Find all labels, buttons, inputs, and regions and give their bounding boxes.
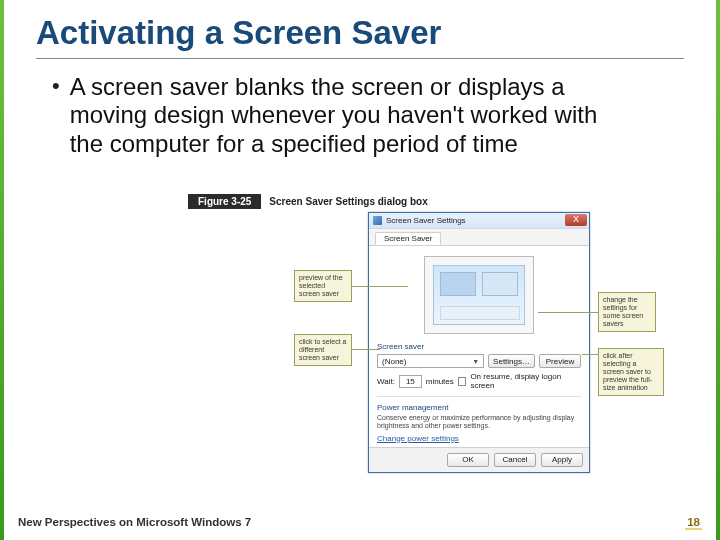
tab-screen-saver[interactable]: Screen Saver bbox=[375, 232, 441, 245]
preview-button[interactable]: Preview bbox=[539, 354, 581, 368]
preview-taskbar bbox=[440, 306, 520, 320]
resume-checkbox[interactable] bbox=[458, 377, 467, 386]
section-label: Screen saver bbox=[377, 342, 581, 351]
pm-heading: Power management bbox=[377, 403, 581, 412]
change-power-settings-link[interactable]: Change power settings bbox=[377, 434, 459, 443]
callout-line bbox=[352, 286, 408, 287]
preview-thumb bbox=[440, 272, 476, 296]
callout-line bbox=[582, 354, 598, 355]
bullet-marker: • bbox=[52, 73, 70, 158]
screensaver-dropdown[interactable]: (None) ▼ bbox=[377, 354, 484, 368]
slide-footer: New Perspectives on Microsoft Windows 7 … bbox=[18, 516, 702, 530]
screensaver-preview-monitor bbox=[424, 256, 534, 334]
wait-label: Wait: bbox=[377, 377, 395, 386]
bullet-text: A screen saver blanks the screen or disp… bbox=[70, 73, 630, 158]
resume-label: On resume, display logon screen bbox=[470, 372, 581, 390]
pm-description: Conserve energy or maximize performance … bbox=[377, 414, 581, 431]
dialog-title: Screen Saver Settings bbox=[386, 216, 466, 225]
wait-unit: minutes bbox=[426, 377, 454, 386]
callout-select: click to select a different screen saver bbox=[294, 334, 352, 366]
screensaver-select-row: (None) ▼ Settings… Preview bbox=[377, 354, 581, 368]
page-number: 18 bbox=[685, 516, 702, 530]
dialog-icon bbox=[373, 216, 382, 225]
settings-button[interactable]: Settings… bbox=[488, 354, 535, 368]
callout-line bbox=[538, 312, 598, 313]
callout-settings: change the settings for some screen save… bbox=[598, 292, 656, 332]
screensaver-settings-dialog: Screen Saver Settings X Screen Saver Scr… bbox=[368, 212, 590, 473]
dialog-body: Screen saver (None) ▼ Settings… Preview … bbox=[369, 246, 589, 447]
dialog-footer: OK Cancel Apply bbox=[369, 447, 589, 472]
title-underline bbox=[36, 58, 684, 59]
apply-button[interactable]: Apply bbox=[541, 453, 583, 467]
slide-right-accent bbox=[716, 0, 720, 540]
wait-row: Wait: 15 minutes On resume, display logo… bbox=[377, 372, 581, 390]
figure-number: Figure 3-25 bbox=[188, 194, 261, 209]
slide-title: Activating a Screen Saver bbox=[0, 0, 720, 58]
power-management-section: Power management Conserve energy or maxi… bbox=[377, 396, 581, 443]
callout-preview: preview of the selected screen saver bbox=[294, 270, 352, 302]
cancel-button[interactable]: Cancel bbox=[494, 453, 536, 467]
wait-spinner[interactable]: 15 bbox=[399, 375, 422, 388]
dropdown-value: (None) bbox=[382, 357, 406, 366]
close-button[interactable]: X bbox=[565, 214, 587, 226]
wait-value: 15 bbox=[406, 377, 415, 386]
figure-label: Figure 3-25 Screen Saver Settings dialog… bbox=[188, 194, 428, 209]
figure-caption: Screen Saver Settings dialog box bbox=[261, 196, 427, 207]
callout-preview-button: click after selecting a screen saver to … bbox=[598, 348, 664, 396]
chevron-down-icon: ▼ bbox=[472, 358, 479, 365]
callout-line bbox=[352, 349, 380, 350]
bullet-row: • A screen saver blanks the screen or di… bbox=[0, 73, 720, 164]
dialog-tabstrip: Screen Saver bbox=[369, 229, 589, 246]
preview-thumb bbox=[482, 272, 518, 296]
slide-left-accent bbox=[0, 0, 4, 540]
ok-button[interactable]: OK bbox=[447, 453, 489, 467]
footer-book-title: New Perspectives on Microsoft Windows 7 bbox=[18, 516, 251, 530]
monitor-screen bbox=[433, 265, 525, 325]
dialog-titlebar: Screen Saver Settings X bbox=[369, 213, 589, 229]
